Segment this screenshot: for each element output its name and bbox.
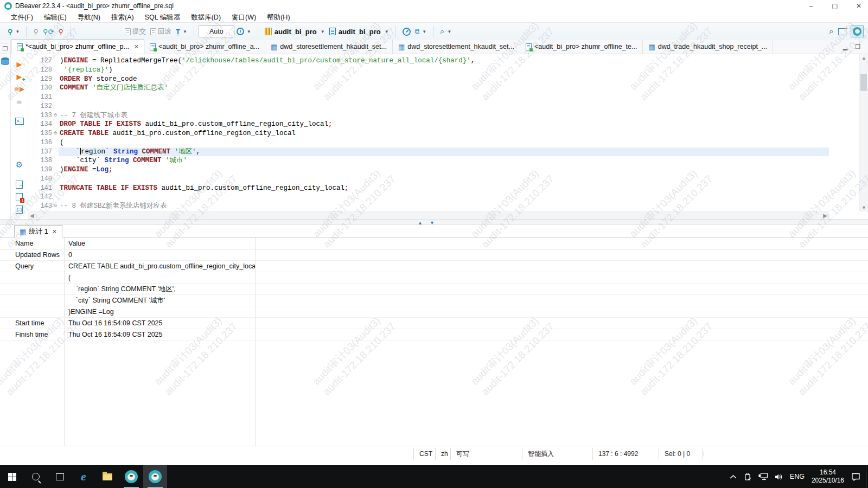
sql-search-button[interactable]: ⌕▼ <box>438 25 454 37</box>
status-item-1[interactable]: zh <box>435 448 450 460</box>
editor-tab-1[interactable]: <audit_bi_pro> zhumr_offline_a... <box>144 40 265 54</box>
line-number: 128 <box>28 66 52 75</box>
panel-splitter[interactable]: ▲ ▼ <box>0 219 868 224</box>
close-icon[interactable]: ✕ <box>134 43 139 50</box>
fold-collapse-icon[interactable]: ⊖ <box>52 129 59 138</box>
transaction-mode-button[interactable]: T̤▼ <box>174 27 189 37</box>
execute-statement-button[interactable]: ▶ <box>14 59 25 69</box>
dbeaver-perspective-button[interactable] <box>851 25 864 37</box>
collapsed-navigator-rail[interactable]: ···· <box>0 40 11 54</box>
task-view-button[interactable] <box>48 465 72 488</box>
fold-collapse-icon[interactable]: ⊖ <box>52 111 59 120</box>
vertical-scroll-thumb[interactable] <box>860 74 867 91</box>
validate-script-button[interactable] <box>14 191 25 202</box>
editor-tab-5[interactable]: ▦dwd_trade_hkaudit_shop_receipt_... <box>643 40 773 54</box>
execute-in-new-tab-button[interactable]: ▶ <box>14 71 25 82</box>
menu-item-7[interactable]: 帮助(H) <box>261 12 295 23</box>
usb-device-icon[interactable] <box>744 473 751 481</box>
explain-plan-button[interactable]: ≣ <box>14 96 25 107</box>
horizontal-scrollbar[interactable]: ◀ ▶ <box>28 211 829 219</box>
status-item-2[interactable]: 可写 <box>450 448 522 460</box>
stats-row[interactable]: )ENGINE =Log <box>0 306 868 318</box>
dbeaver-taskbar-button-active[interactable] <box>143 465 167 488</box>
stats-row[interactable]: Start timeThu Oct 16 16:54:09 CST 2025 <box>0 318 868 329</box>
status-item-3[interactable]: 智能插入 <box>522 448 592 460</box>
editor-tab-2[interactable]: ▦dwd_storesettlement_hkaudit_set... <box>265 40 393 54</box>
minimize-button[interactable]: – <box>807 2 815 10</box>
menu-item-5[interactable]: 数据库(D) <box>186 12 226 23</box>
menu-item-6[interactable]: 窗口(W) <box>226 12 261 23</box>
database-selector[interactable]: audit_bi_pro▼ <box>263 27 327 37</box>
tab-statistics[interactable]: ▦ 统计 1 ✕ <box>14 225 62 237</box>
file-explorer-button[interactable] <box>95 465 119 488</box>
new-connection-button[interactable]: ⚲▼ <box>5 27 22 37</box>
close-icon[interactable]: ✕ <box>52 228 57 235</box>
menu-item-4[interactable]: SQL 编辑器 <box>139 12 186 23</box>
menu-item-3[interactable]: 搜索(A) <box>106 12 139 23</box>
taskbar-clock[interactable]: 16:54 2025/10/16 <box>812 468 844 485</box>
schema-selector[interactable]: audit_bi_pro▼ <box>327 27 391 37</box>
column-divider[interactable] <box>255 237 256 446</box>
fold-collapse-icon[interactable]: ⊖ <box>52 202 59 211</box>
close-button[interactable]: ✕ <box>855 2 863 10</box>
menu-item-2[interactable]: 导航(N) <box>72 12 106 23</box>
code-line-133: 133⊖-- 7 创建线下城市表 <box>28 111 829 120</box>
database-navigator-icon[interactable] <box>1 57 9 65</box>
quick-access-search-icon[interactable]: ⌕ <box>829 27 834 36</box>
status-item-5[interactable]: Sel: 0 | 0 <box>659 448 703 460</box>
editor-tab-3[interactable]: ▦dwd_storesettlement_hkaudit_set... <box>393 40 520 54</box>
minimize-editor-icon[interactable]: ▁ <box>843 43 847 50</box>
scroll-left-icon[interactable]: ◀ <box>30 213 34 219</box>
dbeaver-taskbar-button[interactable] <box>119 465 143 488</box>
connect-button[interactable]: ⚲ <box>31 27 41 37</box>
templates-button[interactable]: {..} <box>14 204 25 215</box>
status-item-4[interactable]: 137 : 6 : 4992 <box>592 448 659 460</box>
action-center-icon[interactable] <box>851 473 860 481</box>
clock-time: 16:54 <box>812 468 844 477</box>
disconnect-button[interactable]: ⚲ <box>56 27 66 37</box>
volume-icon[interactable] <box>775 473 783 480</box>
start-button[interactable] <box>0 465 24 488</box>
dashboard-button[interactable] <box>400 27 413 37</box>
scroll-down-icon[interactable]: ▼ <box>859 205 868 210</box>
scroll-up-icon[interactable]: ▲ <box>859 55 868 61</box>
stats-row[interactable]: Updated Rows0 <box>0 249 868 261</box>
show-desktop-button[interactable] <box>866 465 868 488</box>
export-resultset-button[interactable] <box>14 179 25 190</box>
open-perspective-icon[interactable] <box>838 28 846 35</box>
network-icon[interactable] <box>758 473 768 480</box>
rollback-button[interactable]: 回滚 <box>148 26 174 37</box>
commit-button[interactable]: 提交 <box>123 26 148 37</box>
reconnect-button[interactable]: ⚲⟳ <box>41 27 56 37</box>
stats-row[interactable]: Finish timeThu Oct 16 16:54:09 CST 2025 <box>0 329 868 341</box>
open-console-button[interactable]: >_ <box>14 115 25 126</box>
editor-tab-0[interactable]: *<audit_bi_pro> zhumr_offline_p...✕ <box>11 40 144 54</box>
stats-row[interactable]: QueryCREATE TABLE audit_bi_pro.custom_of… <box>0 261 868 272</box>
code-area[interactable]: 127)ENGINE = ReplicatedMergeTree('/click… <box>28 54 829 211</box>
scroll-right-icon[interactable]: ▶ <box>823 213 827 219</box>
status-item-0[interactable]: CST <box>413 448 435 460</box>
menu-item-0[interactable]: 文件(F) <box>5 12 39 23</box>
taskbar-search-button[interactable] <box>24 465 48 488</box>
editor-settings-button[interactable]: ⚙ <box>14 159 25 170</box>
maximize-button[interactable]: ▢ <box>831 2 839 10</box>
tray-expand-chevron-icon[interactable] <box>730 474 737 479</box>
stats-row[interactable]: ( <box>0 272 868 284</box>
line-text <box>59 93 829 102</box>
compare-button[interactable]: ⧉̂▼ <box>413 27 429 36</box>
stats-row[interactable]: `region` String COMMENT '地区', <box>0 284 868 295</box>
input-language-indicator[interactable]: ENG <box>790 473 805 480</box>
menu-item-1[interactable]: 编辑(E) <box>39 12 72 23</box>
maximize-editor-icon[interactable]: ❐ <box>855 43 860 50</box>
column-divider[interactable] <box>64 237 65 446</box>
fold-gutter <box>52 93 59 102</box>
execute-script-button[interactable]: ≣▶ <box>14 84 25 94</box>
editor-tab-4[interactable]: <audit_bi_pro> zhumr_offline_te... <box>520 40 643 54</box>
vertical-scrollbar[interactable]: ▲ ▼ <box>859 54 868 211</box>
commit-mode-auto-button[interactable]: Auto <box>199 25 234 37</box>
transaction-log-button[interactable]: ▼ <box>234 27 253 36</box>
stats-row[interactable]: `city` String COMMENT '城市' <box>0 295 868 306</box>
internet-explorer-button[interactable]: e <box>72 465 95 488</box>
dbeaver-perspective-icon <box>853 27 861 36</box>
separator-dots-icon: ···· <box>15 172 23 177</box>
